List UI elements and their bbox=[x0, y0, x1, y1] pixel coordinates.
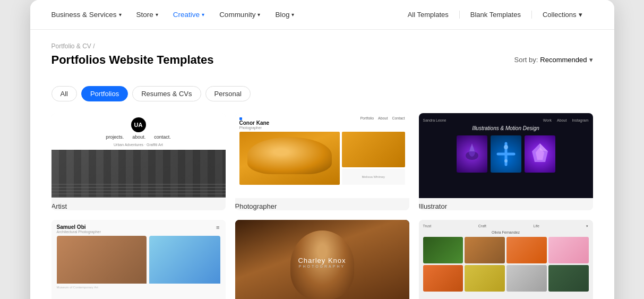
nav-item-blog[interactable]: Blog ▾ bbox=[275, 11, 294, 19]
photo-name-area: Conor Kane Photographer bbox=[239, 116, 270, 130]
artist-nav: projects.about.contact. bbox=[106, 134, 171, 140]
template-card-charley[interactable]: Charley Knox Photography Charley Knox bbox=[235, 220, 409, 299]
samuel-caption: Museum of Contemporary Art bbox=[57, 286, 220, 289]
filter-tab-portfolios[interactable]: Portfolios bbox=[81, 86, 128, 101]
photo-images: Melissa Whitney bbox=[239, 132, 405, 185]
filter-tab-personal[interactable]: Personal bbox=[205, 86, 251, 101]
filter-tabs: All Portfolios Resumes & CVs Personal bbox=[51, 86, 593, 101]
nav-left: Business & Services ▾ Store ▾ Creative ▾… bbox=[51, 11, 295, 19]
samuel-role: Architectural Photographer bbox=[57, 230, 101, 234]
chevron-down-icon: ▾ bbox=[119, 12, 122, 18]
graphic-cell-1 bbox=[423, 237, 463, 263]
chevron-down-icon: ▾ bbox=[257, 12, 260, 18]
chevron-down-icon: ▾ bbox=[202, 12, 204, 18]
graphic-cell-2 bbox=[465, 237, 505, 263]
samuel-name-area: Samuel Obi Architectural Photographer bbox=[57, 224, 101, 234]
photo-side-top bbox=[342, 132, 405, 167]
graphic-title: Olivia Fernandez bbox=[423, 230, 589, 234]
graphic-cell-4 bbox=[548, 237, 589, 263]
page-title: Portfolios Website Templates bbox=[51, 53, 514, 67]
graphic-cell-5 bbox=[423, 265, 463, 292]
template-thumb-illustrator: Sandra Leone WorkAboutInstagram Illustra… bbox=[419, 113, 593, 198]
nav-all-templates[interactable]: All Templates bbox=[397, 11, 460, 19]
graphic-header: Trust Craft Life ▾ bbox=[423, 224, 589, 228]
chevron-down-icon: ▾ bbox=[579, 11, 582, 19]
page-title-area: Portfolio & CV / Portfolios Website Temp… bbox=[51, 42, 514, 76]
template-card-samuel[interactable]: Samuel Obi Architectural Photographer ≡ … bbox=[51, 220, 226, 299]
nav-item-creative[interactable]: Creative ▾ bbox=[173, 11, 204, 19]
template-label-photographer: Photographer bbox=[235, 198, 409, 210]
samuel-menu-icon: ≡ bbox=[216, 224, 220, 230]
samuel-name: Samuel Obi bbox=[57, 224, 101, 230]
template-thumb-charley: Charley Knox Photography bbox=[235, 220, 409, 299]
sort-control[interactable]: Sort by: Recommended ▾ bbox=[514, 56, 593, 64]
graphic-cell-3 bbox=[506, 237, 547, 263]
nav-item-business[interactable]: Business & Services ▾ bbox=[51, 11, 122, 19]
template-card-photographer[interactable]: Conor Kane Photographer PortfolioAboutCo… bbox=[235, 113, 409, 210]
nav-blank-templates[interactable]: Blank Templates bbox=[460, 11, 532, 19]
illus-img-violet bbox=[525, 135, 555, 173]
charley-text: Charley Knox Photography bbox=[298, 257, 346, 268]
nav-item-store[interactable]: Store ▾ bbox=[136, 11, 158, 19]
artist-subtitle: Urban Adventures · Graffiti Art bbox=[114, 143, 163, 147]
browser-frame: Business & Services ▾ Store ▾ Creative ▾… bbox=[30, 0, 614, 299]
breadcrumb-link[interactable]: Portfolio & CV / bbox=[51, 42, 95, 50]
graphic-cell-8 bbox=[548, 265, 589, 292]
photo-main-img bbox=[239, 132, 340, 185]
charley-subtitle: Photography bbox=[298, 264, 346, 268]
graphic-cell-6 bbox=[465, 265, 505, 292]
artist-logo: UA bbox=[131, 117, 146, 132]
template-thumb-graphic: Trust Craft Life ▾ Olivia Fernandez bbox=[419, 220, 593, 299]
template-card-illustrator[interactable]: Sandra Leone WorkAboutInstagram Illustra… bbox=[419, 113, 593, 210]
nav-right: All Templates Blank Templates Collection… bbox=[397, 11, 593, 19]
samuel-header: Samuel Obi Architectural Photographer ≡ bbox=[57, 224, 220, 234]
template-label-artist: Artist bbox=[51, 198, 226, 210]
nav-collections[interactable]: Collections ▾ bbox=[532, 11, 593, 19]
illus-title: Illustrations & Motion Design bbox=[472, 125, 539, 131]
artist-photo bbox=[51, 150, 226, 198]
photo-side-bottom: Melissa Whitney bbox=[342, 169, 405, 185]
chevron-down-icon: ▾ bbox=[156, 12, 158, 18]
illus-header: Sandra Leone WorkAboutInstagram bbox=[423, 118, 589, 122]
samuel-img1 bbox=[57, 236, 147, 284]
header-sort-row: Portfolio & CV / Portfolios Website Temp… bbox=[51, 42, 593, 76]
illus-img-purple bbox=[457, 135, 487, 173]
photo-nav: PortfolioAboutContact bbox=[360, 116, 405, 120]
photo-header: Conor Kane Photographer PortfolioAboutCo… bbox=[239, 116, 405, 130]
template-card-artist[interactable]: UA projects.about.contact. Urban Adventu… bbox=[51, 113, 226, 210]
illus-images bbox=[457, 135, 555, 173]
photo-side: Melissa Whitney bbox=[342, 132, 405, 185]
nav-item-community[interactable]: Community ▾ bbox=[219, 11, 260, 19]
samuel-images bbox=[57, 236, 220, 284]
filter-tab-all[interactable]: All bbox=[51, 86, 77, 101]
template-thumb-photographer: Conor Kane Photographer PortfolioAboutCo… bbox=[235, 113, 409, 198]
graphic-images-row2 bbox=[423, 265, 589, 292]
chevron-down-icon: ▾ bbox=[291, 12, 294, 18]
illus-img-blue bbox=[491, 135, 521, 173]
chevron-down-icon: ▾ bbox=[589, 56, 593, 64]
template-thumb-samuel: Samuel Obi Architectural Photographer ≡ … bbox=[51, 220, 226, 299]
template-label-illustrator: Illustrator bbox=[419, 198, 593, 210]
charley-name: Charley Knox bbox=[298, 257, 346, 264]
templates-grid: UA projects.about.contact. Urban Adventu… bbox=[51, 113, 593, 299]
main-content: Portfolio & CV / Portfolios Website Temp… bbox=[30, 30, 614, 299]
navigation: Business & Services ▾ Store ▾ Creative ▾… bbox=[30, 0, 614, 30]
breadcrumb: Portfolio & CV / bbox=[51, 42, 514, 50]
filter-tab-resumes[interactable]: Resumes & CVs bbox=[132, 86, 201, 101]
svg-point-5 bbox=[504, 145, 508, 149]
template-card-graphic[interactable]: Trust Craft Life ▾ Olivia Fernandez bbox=[419, 220, 593, 299]
template-thumb-artist: UA projects.about.contact. Urban Adventu… bbox=[51, 113, 226, 198]
sort-value: Recommended bbox=[540, 56, 587, 64]
photo-name: Conor Kane bbox=[239, 120, 270, 126]
svg-point-6 bbox=[504, 159, 508, 163]
graphic-cell-7 bbox=[506, 265, 547, 292]
svg-marker-9 bbox=[540, 143, 548, 151]
photo-role: Photographer bbox=[239, 126, 270, 130]
graphic-images bbox=[423, 237, 589, 263]
samuel-img2 bbox=[149, 236, 220, 284]
